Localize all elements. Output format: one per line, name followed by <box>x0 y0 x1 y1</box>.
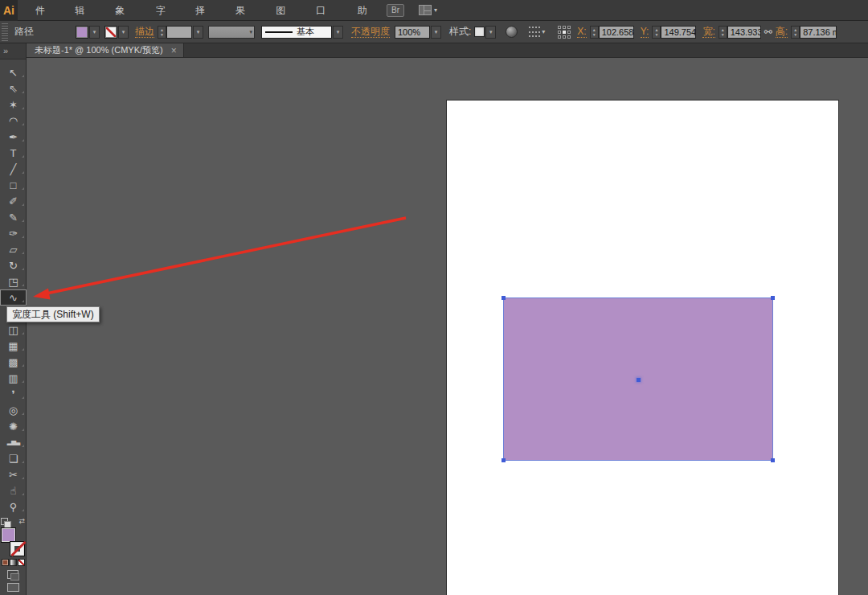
tool-blob-brush[interactable]: ✑ <box>0 225 27 241</box>
anchor-bottom-right[interactable] <box>771 458 775 462</box>
style-label: 样式: <box>449 25 471 39</box>
y-field[interactable]: 149.754 <box>661 26 696 39</box>
tool-artboard[interactable]: ❏ <box>0 450 27 466</box>
tool-width[interactable]: ∿ <box>0 289 27 306</box>
workspace-switcher[interactable]: ▾ <box>419 5 437 15</box>
tool-icon: ✎ <box>9 212 18 223</box>
brush-definition-dropdown[interactable]: 基本 <box>261 26 332 39</box>
tool-paintbrush[interactable]: ✐ <box>0 193 27 209</box>
anchor-top-left[interactable] <box>502 296 506 300</box>
width-label[interactable]: 宽: <box>702 27 714 38</box>
tool-icon: ⇖ <box>9 84 18 94</box>
height-label[interactable]: 高: <box>776 27 788 38</box>
work-area: » ↖ ⇖ ✶ ◠ <box>0 43 868 595</box>
tool-direct-selection[interactable]: ⇖ <box>0 80 27 96</box>
anchor-bottom-left[interactable] <box>502 458 506 462</box>
align-control[interactable]: ▾ <box>529 27 545 37</box>
width-stepper[interactable]: ▲▼ <box>719 26 727 39</box>
tooltip: 宽度工具 (Shift+W) <box>6 306 100 322</box>
toolbar-bottom-controls: ⇄ <box>0 516 26 595</box>
gradient-button[interactable] <box>10 559 17 566</box>
tool-pen[interactable]: ✒ <box>0 129 27 145</box>
tool-magic-wand[interactable]: ✶ <box>0 96 27 113</box>
basic-brush-stroke-icon <box>265 31 293 33</box>
brush-chevron-icon[interactable]: ▾ <box>333 26 343 39</box>
tool-perspective-grid[interactable]: ▦ <box>0 338 27 354</box>
height-stepper[interactable]: ▲▼ <box>791 26 800 39</box>
tool-icon: ▂▅▃ <box>7 439 19 445</box>
canvas-area[interactable] <box>27 58 868 595</box>
tool-type-tool[interactable]: T <box>0 145 27 161</box>
tool-shape-builder[interactable]: ◫ <box>0 322 27 338</box>
tool-icon: ☝ <box>10 486 17 496</box>
menu-bar: Ai 文件(F) 编辑(E) 对象(O) 文字(T) 选择(S) 效果(C) 视… <box>0 0 868 21</box>
stroke-none-swatch-large[interactable] <box>10 541 25 556</box>
stroke-dropdown-chevron-icon[interactable]: ▾ <box>118 26 129 39</box>
tool-gradient[interactable]: ▥ <box>0 370 27 386</box>
close-tab-icon[interactable]: × <box>171 46 177 55</box>
tool-pencil[interactable]: ✎ <box>0 209 27 225</box>
drawing-mode-button[interactable] <box>7 570 18 579</box>
bridge-button[interactable]: Br <box>387 4 404 17</box>
constrain-proportions-icon[interactable]: ⚯ <box>764 27 772 38</box>
tool-mesh[interactable]: ▩ <box>0 354 27 370</box>
stroke-weight-field[interactable] <box>166 26 192 39</box>
tool-icon: ✶ <box>9 100 18 110</box>
workspace-icon <box>419 5 432 15</box>
toolbar-collapse-button[interactable]: » <box>0 43 26 60</box>
style-chevron-icon[interactable]: ▾ <box>485 26 496 39</box>
stroke-weight-chevron-icon[interactable]: ▾ <box>193 26 203 39</box>
document-tab-title: 未标题-1* @ 100% (CMYK/预览) <box>35 44 163 56</box>
tool-hand[interactable]: ☝ <box>0 482 27 499</box>
opacity-field[interactable]: 100% <box>395 26 430 39</box>
reference-point-locator[interactable] <box>558 26 571 39</box>
none-button[interactable] <box>18 559 25 566</box>
x-stepper[interactable]: ▲▼ <box>590 26 599 39</box>
tool-icon: ↻ <box>9 261 18 271</box>
width-profile-dropdown[interactable]: ▾ <box>208 26 255 39</box>
swap-fill-stroke-icon[interactable]: ⇄ <box>18 518 25 525</box>
app-logo: Ai <box>0 0 18 21</box>
tool-icon: ✐ <box>9 196 18 207</box>
fill-swatch[interactable] <box>76 26 88 39</box>
tool-zoom[interactable]: ⚲ <box>0 499 27 515</box>
tool-selection[interactable]: ↖ <box>0 64 27 80</box>
tool-icon: ❜ <box>11 389 14 400</box>
align-icon <box>529 27 540 37</box>
anchor-top-right[interactable] <box>771 296 775 300</box>
recolor-artwork-icon[interactable] <box>506 26 518 38</box>
tool-icon: ✺ <box>9 421 18 432</box>
tool-icon: ▩ <box>8 357 18 367</box>
tool-rectangle[interactable]: □ <box>0 177 27 193</box>
opacity-panel-link[interactable]: 不透明度 <box>351 27 390 38</box>
tool-eyedropper[interactable]: ❜ <box>0 386 27 402</box>
tool-line-segment[interactable]: ╱ <box>0 161 27 177</box>
y-label[interactable]: Y: <box>641 27 649 38</box>
default-fill-stroke-icon[interactable] <box>1 518 8 525</box>
stroke-weight-stepper[interactable]: ▲▼ <box>158 26 166 39</box>
width-field[interactable]: 143.933 <box>727 26 761 39</box>
selected-rectangle[interactable] <box>503 298 773 461</box>
tool-symbol-sprayer[interactable]: ✺ <box>0 418 27 434</box>
panel-grip[interactable] <box>2 23 8 41</box>
x-label[interactable]: X: <box>577 27 586 38</box>
tool-column-graph[interactable]: ▂▅▃ <box>0 434 27 450</box>
fill-dropdown-chevron-icon[interactable]: ▾ <box>89 26 100 39</box>
tool-blend[interactable]: ◎ <box>0 402 27 418</box>
document-tab[interactable]: 未标题-1* @ 100% (CMYK/预览) × <box>27 43 184 57</box>
opacity-chevron-icon[interactable]: ▾ <box>431 26 441 39</box>
tool-rotate[interactable]: ↻ <box>0 257 27 273</box>
height-field[interactable]: 87.136 m <box>800 26 837 39</box>
style-swatch[interactable] <box>474 27 485 37</box>
y-stepper[interactable]: ▲▼ <box>652 26 661 39</box>
stroke-panel-link[interactable]: 描边 <box>135 27 154 38</box>
tool-eraser[interactable]: ▱ <box>0 241 27 257</box>
tool-lasso[interactable]: ◠ <box>0 113 27 129</box>
x-field[interactable]: 102.658 <box>599 26 634 39</box>
tool-slice[interactable]: ✂ <box>0 466 27 482</box>
chevron-down-icon: ▾ <box>249 29 252 35</box>
tool-scale[interactable]: ◳ <box>0 273 27 289</box>
color-button[interactable] <box>2 559 9 566</box>
screen-mode-button[interactable] <box>7 583 19 592</box>
stroke-swatch[interactable] <box>104 26 117 39</box>
